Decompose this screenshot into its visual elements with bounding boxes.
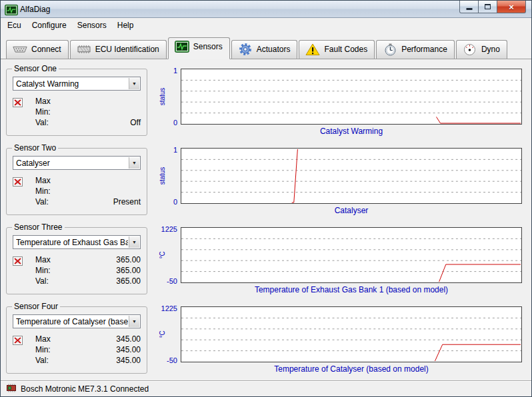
sensor-row: Sensor Two Catalyser ▼ Max Min: Val:Pres… <box>6 142 525 221</box>
chart-plot <box>181 227 522 283</box>
content-area: Sensor One Catalyst Warming ▼ Max Min: V… <box>1 59 531 380</box>
min-label: Min: <box>35 344 51 355</box>
val-value: Off <box>130 117 141 128</box>
chart-top: 1225 °C -50 <box>157 227 522 283</box>
tab-label: Sensors <box>193 42 223 51</box>
val-label: Val: <box>35 117 49 128</box>
dial-icon <box>462 43 478 56</box>
close-button[interactable]: × <box>497 1 526 13</box>
chart-block: 1225 °C -50 Temperature of Catalyser (ba… <box>147 300 525 380</box>
window-title: AlfaDiag <box>20 5 50 14</box>
clear-log-icon[interactable] <box>13 96 26 128</box>
y-min-tick: 0 <box>173 119 177 127</box>
sensor-select[interactable]: Temperature of Catalyser (based on ▼ <box>13 314 141 328</box>
chart-plot <box>181 306 522 362</box>
sensor-groupbox: Sensor Three Temperature of Exhaust Gas … <box>6 227 147 294</box>
max-label: Max <box>35 96 51 107</box>
val-value: 345.00 <box>116 355 141 366</box>
menu-item-ecu[interactable]: Ecu <box>2 19 27 32</box>
groupbox-label: Sensor Four <box>12 302 60 311</box>
field-rows: Max365.00 Min:365.00 Val:365.00 <box>26 254 141 286</box>
y-min-tick: 0 <box>173 198 177 206</box>
min-label: Min: <box>35 107 51 117</box>
val-value: 365.00 <box>116 276 141 286</box>
chevron-down-icon[interactable]: ▼ <box>129 157 139 169</box>
maximize-button[interactable] <box>478 1 497 13</box>
min-row: Min:365.00 <box>35 265 141 276</box>
sensor-groupbox: Sensor One Catalyst Warming ▼ Max Min: V… <box>6 69 147 136</box>
max-label: Max <box>35 175 51 186</box>
val-label: Val: <box>35 355 49 366</box>
tab-connect[interactable]: Connect <box>6 40 69 59</box>
sensor-select-value: Catalyst Warming <box>16 79 79 89</box>
sensor-fields: Max Min: Val:Off <box>13 96 141 128</box>
max-row: Max365.00 <box>35 254 141 265</box>
sensor-row: Sensor Three Temperature of Exhaust Gas … <box>6 221 525 300</box>
max-row: Max <box>35 96 141 107</box>
chart-top: 1225 °C -50 <box>157 306 522 362</box>
max-value: 365.00 <box>116 254 141 265</box>
chart-y-axis: 1 status 0 <box>157 69 181 125</box>
menu-item-configure[interactable]: Configure <box>27 19 72 32</box>
menu-item-sensors[interactable]: Sensors <box>72 19 112 32</box>
tab-label: Connect <box>31 45 61 54</box>
titlebar[interactable]: AlfaDiag × <box>1 1 531 18</box>
groupbox-label: Sensor Two <box>12 143 58 153</box>
field-rows: Max Min: Val:Present <box>26 175 141 207</box>
sensor-fields: Max Min: Val:Present <box>13 175 141 207</box>
oscilloscope-icon <box>174 40 190 53</box>
chevron-down-icon[interactable]: ▼ <box>129 78 139 89</box>
clear-log-icon[interactable] <box>13 334 26 366</box>
chart-top: 1 status 0 <box>157 148 522 204</box>
min-label: Min: <box>35 265 51 276</box>
sensor-row: Sensor Four Temperature of Catalyser (ba… <box>6 300 525 380</box>
sensor-select-value: Temperature of Exhaust Gas Bank <box>16 238 128 247</box>
y-axis-label: status <box>158 167 165 185</box>
chart-top: 1 status 0 <box>157 69 522 125</box>
groupbox-label: Sensor Three <box>12 222 65 232</box>
min-label: Min: <box>35 186 51 197</box>
sensor-select[interactable]: Catalyser ▼ <box>13 156 141 170</box>
chart-plot <box>181 69 522 125</box>
chart-y-axis: 1225 °C -50 <box>157 227 181 283</box>
chart-block: 1 status 0 Catalyser <box>147 142 525 221</box>
chevron-down-icon[interactable]: ▼ <box>129 236 139 248</box>
tab-sensors[interactable]: Sensors <box>168 37 230 59</box>
menu-item-help[interactable]: Help <box>112 19 139 32</box>
minimize-button[interactable] <box>459 1 479 13</box>
tab-label: Performance <box>401 45 447 54</box>
max-row: Max <box>35 175 141 186</box>
y-max-tick: 1 <box>173 67 177 75</box>
val-label: Val: <box>35 197 49 207</box>
min-row: Min:345.00 <box>35 344 141 355</box>
ecu-chip-icon <box>6 384 17 394</box>
chart-caption: Catalyst Warming <box>181 127 522 136</box>
max-value: 345.00 <box>116 334 141 344</box>
tab-dyno[interactable]: Dyno <box>456 40 507 59</box>
y-max-tick: 1225 <box>161 225 177 233</box>
chevron-down-icon[interactable]: ▼ <box>129 316 139 327</box>
min-value: 345.00 <box>116 344 141 355</box>
tab-actuators[interactable]: Actuators <box>231 40 298 59</box>
sensor-select[interactable]: Temperature of Exhaust Gas Bank ▼ <box>13 235 141 249</box>
y-axis-label: status <box>158 88 165 106</box>
tab-label: Fault Codes <box>324 45 367 54</box>
warning-icon <box>305 43 321 56</box>
tab-fault-codes[interactable]: Fault Codes <box>299 40 375 59</box>
sensor-select[interactable]: Catalyst Warming ▼ <box>13 77 141 91</box>
y-axis-label: °C <box>158 330 165 338</box>
chart-y-axis: 1225 °C -50 <box>157 306 181 362</box>
y-axis-label: °C <box>158 251 165 258</box>
tab-label: Dyno <box>481 45 500 54</box>
status-text: Bosch Motronic ME7.3.1 Connected <box>21 384 149 394</box>
min-row: Min: <box>35 186 141 197</box>
stopwatch-icon <box>382 43 398 56</box>
sensor-select-value: Catalyser <box>16 159 50 168</box>
clear-log-icon[interactable] <box>13 175 26 207</box>
tab-performance[interactable]: Performance <box>376 40 455 59</box>
chart-caption: Catalyser <box>181 206 522 215</box>
tab-ecu-identification[interactable]: ECU Identification <box>70 40 167 59</box>
clear-log-icon[interactable] <box>13 254 26 286</box>
y-max-tick: 1225 <box>161 304 177 312</box>
status-bar: Bosch Motronic ME7.3.1 Connected <box>1 380 531 396</box>
